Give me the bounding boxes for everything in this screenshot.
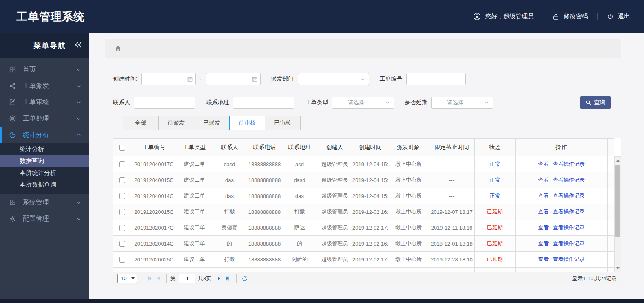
status-cell: 已延期 (475, 220, 516, 236)
tab-reviewed[interactable]: 已审核 (265, 116, 301, 130)
target-cell: 墩上中心所 (388, 156, 429, 172)
collapse-sidebar-icon[interactable] (74, 42, 82, 50)
column-header: 联系人 (212, 139, 247, 156)
row-checkbox[interactable] (119, 241, 125, 247)
create-time-to-input[interactable] (206, 73, 261, 85)
view-log-link[interactable]: 查看操作记录 (553, 193, 585, 199)
table-clip: 工单编号工单类型联系人联系电话联系地址创建人创建时间派发对象限定截止时间状态操作… (113, 138, 621, 272)
row-checkbox[interactable] (119, 177, 125, 183)
chevron-down-icon (76, 116, 82, 121)
logout-button[interactable]: 退出 (606, 13, 630, 20)
page-size-select[interactable]: 10 (117, 274, 137, 283)
status-cell: 已延期 (475, 252, 516, 268)
row-checkbox[interactable] (119, 209, 125, 215)
view-link[interactable]: 查看 (538, 256, 549, 262)
order-type-select[interactable]: -------请选择------- (332, 97, 394, 109)
tab-dispatched[interactable]: 已派发 (194, 116, 230, 130)
column-header: 联系地址 (282, 139, 317, 156)
sidebar-item-review[interactable]: 工单审核 (0, 94, 89, 110)
view-log-link[interactable]: 查看操作记录 (553, 224, 585, 231)
home-icon[interactable] (114, 45, 122, 52)
deadline-cell: 2018-12-01 18:18 (429, 236, 475, 252)
row-checkbox[interactable] (119, 225, 125, 231)
filter-form: 创建时间: - 派发部门 (113, 73, 621, 109)
submenu-item-data-query[interactable]: 数据查询 (0, 155, 89, 167)
scrollbar-thumb[interactable] (615, 165, 620, 237)
delay-select[interactable]: -------请选择------- (431, 97, 493, 109)
view-log-link[interactable]: 查看操作记录 (553, 256, 585, 262)
contact-label: 联系人 (113, 99, 130, 106)
view-link[interactable]: 查看 (538, 224, 549, 231)
empty-cell (429, 268, 475, 272)
sidebar-item-process[interactable]: 工单处理 (0, 110, 89, 127)
last-page-icon[interactable] (224, 274, 232, 283)
view-log-link[interactable]: 查看操作记录 (553, 209, 585, 215)
dispatch-dept-label: 派发部门 (271, 75, 294, 83)
table-row-partial (113, 268, 614, 272)
view-link[interactable]: 查看 (538, 240, 549, 246)
tab-all[interactable]: 全部 (123, 116, 159, 130)
created-cell: 2019-12-04 15: (352, 188, 388, 204)
prev-page-icon[interactable] (154, 274, 163, 283)
empty-cell (212, 268, 247, 272)
table-scrollbar[interactable] (614, 156, 621, 272)
empty-cell (247, 268, 282, 272)
table-row: 201912020015C建议工单打撒18888888888打撒超级管理员201… (113, 204, 614, 220)
tab-to-dispatch[interactable]: 待派发 (158, 116, 194, 130)
sidebar-item-dispatch[interactable]: 工单派发 (0, 78, 89, 94)
select-all-checkbox[interactable] (119, 145, 125, 151)
user-icon (473, 13, 481, 20)
view-log-link[interactable]: 查看操作记录 (553, 240, 585, 246)
row-checkbox[interactable] (119, 193, 125, 199)
search-button[interactable]: 查询 (580, 96, 611, 109)
submenu-item-branch-stats[interactable]: 本所统计分析 (0, 167, 89, 178)
main-content: 创建时间: - 派发部门 (89, 33, 644, 299)
page-number-input[interactable] (179, 274, 195, 283)
share-icon (9, 82, 17, 90)
contact-input[interactable] (134, 97, 195, 109)
status-cell: 已延期 (475, 204, 516, 220)
row-select-cell (113, 236, 131, 252)
row-checkbox[interactable] (119, 257, 125, 263)
address-input[interactable] (233, 97, 294, 109)
next-page-icon[interactable] (215, 274, 224, 283)
view-link[interactable]: 查看 (538, 209, 549, 215)
first-page-icon[interactable] (145, 274, 154, 283)
user-greeting[interactable]: 您好，超级管理员 (473, 13, 534, 20)
address-cell: asd (282, 156, 317, 172)
submenu-item-stats-analysis[interactable]: 统计分析 (0, 143, 89, 155)
scroll-up-icon[interactable] (615, 157, 621, 164)
order_no-cell: 201912020014C (131, 236, 177, 252)
create-time-from (141, 73, 196, 85)
refresh-icon[interactable] (240, 274, 249, 283)
type-cell: 建议工单 (177, 188, 212, 204)
logout-label: 退出 (618, 13, 630, 20)
table-row: 201912040017C建议工单dasd18888888888asd超级管理员… (113, 156, 614, 172)
sidebar-item-config[interactable]: 配置管理 (0, 211, 89, 227)
filler-cell (608, 172, 614, 188)
row-checkbox[interactable] (119, 161, 125, 167)
tab-to-review[interactable]: 待审核 (229, 116, 265, 130)
create-time-from-input[interactable] (141, 73, 196, 85)
filter-row-2: 联系人 联系地址 工单类型 -------请选择------- 是否延期 ---… (113, 96, 621, 109)
sidebar-item-home[interactable]: 首页 (0, 61, 89, 78)
creator-cell: 超级管理员 (317, 204, 352, 220)
tabs: 全部待派发已派发待审核已审核 (113, 116, 621, 130)
top-bar: 工单管理系统 您好，超级管理员 修改密码 退出 (0, 0, 644, 33)
change-password-button[interactable]: 修改密码 (552, 13, 588, 20)
view-link[interactable]: 查看 (538, 161, 549, 167)
view-log-link[interactable]: 查看操作记录 (553, 177, 585, 183)
actions-cell: 查看查看操作记录 (516, 204, 608, 220)
create-time-label: 创建时间: (113, 75, 137, 83)
view-link[interactable]: 查看 (538, 177, 549, 183)
row-select-cell (113, 204, 131, 220)
sidebar-item-system[interactable]: 系统管理 (0, 194, 89, 211)
view-link[interactable]: 查看 (538, 193, 549, 199)
scroll-down-icon[interactable] (615, 265, 621, 271)
view-log-link[interactable]: 查看操作记录 (553, 161, 585, 167)
sidebar-item-stats[interactable]: 统计分析 (0, 127, 89, 143)
order-no-input[interactable] (406, 73, 466, 85)
dispatch-dept-select[interactable] (298, 73, 369, 85)
submenu-item-branch-data-query[interactable]: 本所数据查询 (0, 178, 89, 190)
empty-cell (388, 268, 429, 272)
